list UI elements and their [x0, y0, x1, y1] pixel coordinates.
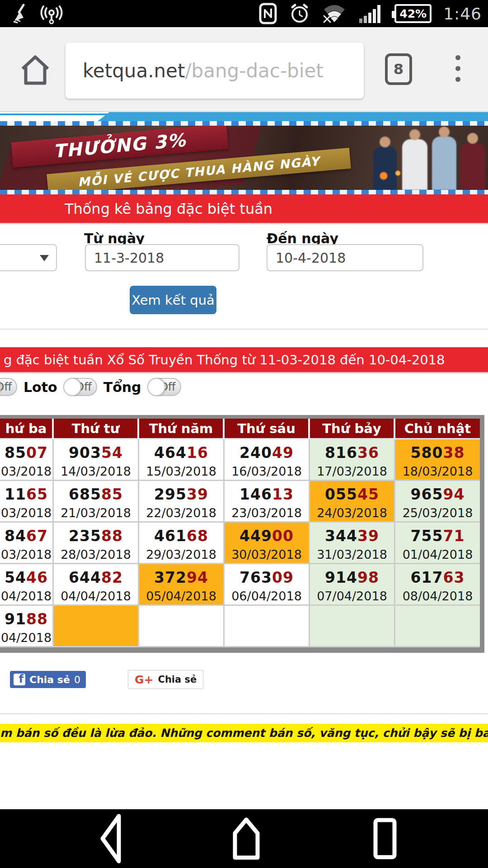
- table-cell: [54, 606, 139, 647]
- toggle-tong[interactable]: Off: [148, 378, 181, 396]
- cell-date: 17/03/2018: [310, 464, 394, 478]
- cell-date: 05/04/2018: [139, 589, 223, 603]
- table-cell: 9149807/04/2018: [310, 564, 395, 606]
- googleplus-share-button[interactable]: G+ Chia sẻ: [128, 670, 203, 689]
- results-table-body: 850703/20189035414/03/20184641615/03/201…: [0, 439, 480, 647]
- cell-number: 29539: [139, 486, 223, 503]
- back-icon: [97, 812, 123, 865]
- player-silhouette: [432, 137, 456, 190]
- table-header-cell: Thứ sáu: [225, 419, 310, 439]
- table-border: [0, 647, 484, 653]
- android-nav-bar: [0, 809, 488, 868]
- facebook-share-count: 0: [74, 674, 80, 685]
- results-table: hứ ba Thứ tư Thứ năm Thứ sáu Thứ bảy Chủ…: [0, 415, 488, 653]
- table-cell: [310, 606, 395, 647]
- table-cell: 2404916/03/2018: [225, 439, 310, 481]
- warning-banner: m bán số đều là lừa đảo. Những comment b…: [0, 724, 488, 742]
- cell-number: 76309: [225, 569, 309, 586]
- nav-recents-button[interactable]: [358, 809, 412, 868]
- cell-number: 34439: [310, 527, 394, 545]
- table-cell: 5803818/03/2018: [395, 439, 480, 481]
- wifi-icon: [322, 3, 347, 24]
- banner-dashed-border-bottom: [0, 190, 488, 194]
- filter-toggles: Off Loto Off Tổng Off: [0, 378, 181, 396]
- browser-home-button[interactable]: [18, 52, 52, 90]
- cell-date: 29/03/2018: [139, 547, 223, 561]
- spark-effect: [374, 169, 406, 183]
- view-results-button[interactable]: Xem kết quả: [130, 286, 216, 314]
- cell-date: 18/03/2018: [395, 464, 480, 478]
- divider: [0, 713, 488, 714]
- home-icon: [18, 52, 52, 88]
- player-silhouette: [373, 146, 397, 190]
- cell-date: 03/2018: [0, 464, 52, 478]
- table-cell: 4641615/03/2018: [139, 439, 225, 481]
- lottery-select[interactable]: [0, 244, 57, 271]
- browser-toolbar: ketqua.net/bang-dac-biet 8: [0, 27, 488, 112]
- results-title: g đặc biệt tuần Xổ Số Truyền Thống từ 11…: [0, 352, 445, 368]
- battery-icon: 42%: [394, 4, 432, 23]
- cell-date: 21/03/2018: [54, 506, 138, 520]
- table-cell: 0554524/03/2018: [310, 481, 395, 523]
- cell-date: 22/03/2018: [139, 506, 223, 520]
- tab-switcher-button[interactable]: 8: [385, 53, 412, 85]
- cell-date: 04/2018: [0, 631, 52, 645]
- cell-number: 46168: [139, 527, 223, 545]
- table-cell: 6448204/04/2018: [54, 564, 139, 606]
- cell-number: 91498: [310, 569, 394, 586]
- table-border: [480, 415, 484, 647]
- blue-wedge: [98, 112, 488, 121]
- table-header-cell: Thứ bảy: [310, 419, 395, 439]
- cell-number: 58038: [395, 444, 480, 462]
- table-cell: 850703/2018: [0, 439, 54, 481]
- url-bar[interactable]: ketqua.net/bang-dac-biet: [66, 42, 364, 99]
- toggle-state: Off: [0, 381, 12, 393]
- toggle-knob: [63, 378, 81, 396]
- cell-number: 14613: [225, 486, 309, 503]
- table-header-cell: Thứ tư: [54, 419, 139, 439]
- facebook-share-label: Chia sẻ: [29, 674, 70, 685]
- table-cell: 1461323/03/2018: [225, 481, 310, 523]
- cell-number: 64482: [54, 569, 138, 586]
- cell-date: 03/2018: [0, 547, 52, 561]
- status-bar: 42% 1:46: [0, 0, 488, 27]
- hotspot-icon: [40, 3, 63, 24]
- alarm-icon: [289, 3, 310, 24]
- divider: [0, 329, 488, 330]
- table-cell: 7557101/04/2018: [395, 523, 480, 564]
- cell-number: 37294: [139, 569, 223, 586]
- from-date-input[interactable]: 11-3-2018: [85, 244, 239, 271]
- toggle-off-partial[interactable]: Off: [0, 378, 17, 396]
- menu-dot: [455, 66, 460, 71]
- nav-back-button[interactable]: [83, 809, 137, 868]
- section-title: Thống kê bảng đặc biệt tuần: [0, 194, 337, 223]
- toggle-loto[interactable]: Off: [64, 378, 97, 396]
- table-cell: 4490030/03/2018: [225, 523, 310, 564]
- cell-date: 23/03/2018: [225, 506, 309, 520]
- table-cell: 2953922/03/2018: [139, 481, 225, 523]
- player-silhouette: [460, 143, 485, 190]
- status-time: 1:46: [443, 5, 482, 23]
- table-header-cell: hứ ba: [0, 419, 54, 439]
- facebook-icon: f: [14, 674, 25, 685]
- cell-date: 06/04/2018: [225, 589, 309, 603]
- nav-home-button[interactable]: [219, 809, 273, 868]
- ad-banner[interactable]: THƯỞNG 3% MỖI VÉ CƯỢC THUA HÀNG NGÀY: [0, 126, 488, 190]
- cell-number: 8467: [0, 527, 52, 545]
- cell-number: 24049: [225, 444, 309, 462]
- table-cell: 3443931/03/2018: [310, 523, 395, 564]
- table-cell: 918804/2018: [0, 606, 54, 647]
- url-path: /bang-dac-biet: [185, 60, 323, 82]
- cell-date: 31/03/2018: [310, 547, 394, 561]
- table-cell: [225, 606, 310, 647]
- to-date-input[interactable]: 10-4-2018: [267, 244, 423, 271]
- table-border: [0, 415, 480, 419]
- table-cell: 116503/2018: [0, 481, 54, 523]
- menu-dot: [455, 77, 460, 82]
- facebook-share-button[interactable]: f Chia sẻ 0: [10, 671, 86, 688]
- table-header-cell: Chủ nhật: [395, 419, 480, 439]
- table-cell: 3729405/04/2018: [139, 564, 225, 606]
- browser-menu-button[interactable]: [455, 55, 460, 82]
- cell-date: 14/03/2018: [54, 464, 138, 478]
- table-header-cell: Thứ năm: [139, 419, 225, 439]
